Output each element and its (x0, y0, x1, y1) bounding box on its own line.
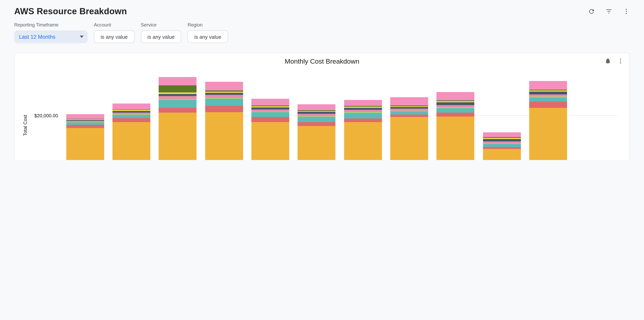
bar-segment-slate[interactable] (483, 139, 521, 141)
bar-segment-red[interactable] (529, 102, 567, 108)
bar-segment-slate[interactable] (436, 103, 474, 105)
bar-segment-pink[interactable] (205, 95, 243, 98)
kebab-menu-icon[interactable] (617, 58, 624, 64)
bar-slot (62, 72, 108, 160)
bar-segment-slate[interactable] (390, 107, 428, 109)
bar-segment-amber[interactable] (436, 117, 474, 160)
bar-segment-magenta[interactable] (483, 132, 521, 137)
bar-segment-teal[interactable] (390, 111, 428, 115)
stacked-bar-March[interactable] (159, 77, 196, 160)
alert-bell-icon[interactable] (604, 58, 611, 64)
bar-segment-teal[interactable] (298, 117, 336, 122)
filter-group-region: Region is any value (188, 22, 228, 43)
filter-group-account: Account is any value (94, 22, 134, 43)
stacked-bar-October[interactable] (483, 132, 521, 160)
bar-segment-yellow[interactable] (159, 92, 196, 94)
bar-segment-amber[interactable] (344, 122, 382, 160)
bar-segment-red[interactable] (251, 117, 289, 122)
bar-segment-red[interactable] (483, 147, 521, 149)
stacked-bar-February[interactable] (112, 104, 150, 160)
bar-segment-magenta[interactable] (251, 99, 289, 106)
bar-segment-pink[interactable] (159, 96, 196, 99)
bar-segment-slate[interactable] (529, 92, 567, 94)
stacked-bar-July[interactable] (344, 100, 382, 160)
bar-segment-teal[interactable] (436, 108, 474, 113)
account-filter-button[interactable]: is any value (94, 31, 134, 43)
bar-segment-magenta[interactable] (66, 114, 104, 119)
bar-segment-magenta[interactable] (298, 104, 336, 110)
bar-slot (386, 72, 432, 160)
monthly-cost-card: Monthly Cost Breakdown Total Cost $20,00… (14, 53, 630, 160)
bar-segment-red[interactable] (298, 122, 336, 126)
bar-segment-magenta[interactable] (344, 100, 382, 106)
bar-segment-amber[interactable] (66, 128, 104, 160)
bar-segment-amber[interactable] (390, 117, 428, 160)
stacked-bar-January '21[interactable] (66, 114, 104, 160)
bar-segment-teal[interactable] (112, 115, 150, 118)
bar-segment-magenta[interactable] (205, 82, 243, 91)
bar-segment-amber[interactable] (159, 113, 196, 160)
bar-segment-pink[interactable] (112, 113, 150, 114)
bar-segment-amber[interactable] (298, 126, 336, 160)
bar-segment-amber[interactable] (529, 108, 567, 160)
bar-segment-red[interactable] (66, 125, 104, 128)
bar-segment-red[interactable] (344, 118, 382, 122)
bar-slot (525, 72, 572, 160)
bar-segment-teal[interactable] (66, 123, 104, 125)
bar-segment-red[interactable] (390, 115, 428, 117)
kebab-menu-icon[interactable] (623, 8, 630, 15)
bar-segment-red[interactable] (159, 108, 196, 113)
bar-segment-slate[interactable] (344, 108, 382, 110)
bar-segment-pink[interactable] (529, 94, 567, 97)
bar-segment-pink[interactable] (390, 109, 428, 111)
bar-segment-magenta[interactable] (529, 81, 567, 90)
bar-segment-pink[interactable] (251, 109, 289, 111)
bar-segment-magenta[interactable] (436, 92, 474, 100)
bar-segment-teal[interactable] (205, 99, 243, 106)
region-filter-button[interactable]: is any value (188, 31, 228, 43)
filter-label: Reporting Timeframe (14, 22, 88, 28)
bar-segment-magenta[interactable] (112, 104, 150, 109)
stacked-bar-May[interactable] (251, 99, 289, 160)
bar-segment-amber[interactable] (251, 122, 289, 160)
page-title: AWS Resource Breakdown (14, 6, 127, 17)
stacked-bar-April[interactable] (205, 82, 243, 160)
bar-segment-slate[interactable] (112, 111, 150, 113)
filter-group-service: Service is any value (141, 22, 181, 43)
bar-segment-slate[interactable] (251, 107, 289, 109)
bar-segment-pink[interactable] (344, 110, 382, 112)
bar-segment-pink[interactable] (298, 114, 336, 116)
filter-icon[interactable] (605, 8, 612, 15)
bar-segment-slate[interactable] (205, 93, 243, 95)
bar-segment-teal[interactable] (344, 113, 382, 118)
stacked-bar-September[interactable] (436, 92, 474, 160)
bar-segment-olive[interactable] (159, 85, 196, 93)
bar-segment-magenta[interactable] (390, 97, 428, 106)
bar-segment-red[interactable] (205, 106, 243, 112)
bar-slot (154, 72, 201, 160)
stacked-bar-November[interactable] (529, 81, 567, 160)
bar-segment-teal[interactable] (483, 144, 521, 147)
bar-segment-yellow[interactable] (529, 91, 567, 92)
refresh-icon[interactable] (588, 8, 595, 15)
bar-segment-amber[interactable] (205, 112, 243, 160)
stacked-bar-August[interactable] (390, 97, 428, 160)
chart-card-actions (604, 58, 624, 64)
chevron-down-icon (80, 36, 84, 38)
bar-segment-pink[interactable] (483, 141, 521, 143)
bar-segment-amber[interactable] (112, 122, 150, 160)
bar-segment-teal[interactable] (251, 112, 289, 117)
bar-segment-slate[interactable] (159, 94, 196, 96)
bar-segment-yellow[interactable] (205, 92, 243, 93)
bar-segment-slate[interactable] (298, 112, 336, 114)
timeframe-dropdown[interactable]: Last 12 Months (14, 31, 88, 43)
bar-segment-magenta[interactable] (159, 77, 196, 85)
bar-segment-pink[interactable] (436, 105, 474, 107)
bar-segment-red[interactable] (436, 113, 474, 117)
stacked-bar-June[interactable] (298, 104, 336, 160)
bar-segment-amber[interactable] (483, 149, 521, 160)
service-filter-button[interactable]: is any value (141, 31, 181, 43)
bar-segment-red[interactable] (112, 118, 150, 122)
bar-segment-teal[interactable] (529, 98, 567, 102)
bar-segment-teal[interactable] (159, 100, 196, 108)
